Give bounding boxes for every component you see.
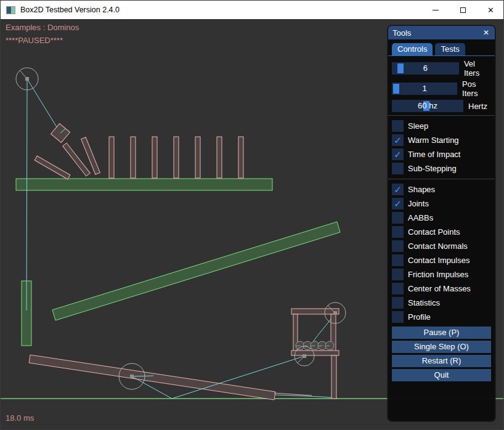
pendulum-rope-diagonal (27, 79, 60, 133)
vel-iters-value: 6 (423, 63, 428, 73)
checkbox-box[interactable]: ✓ (392, 269, 404, 280)
checkbox-label: Time of Impact (408, 150, 460, 159)
slider-grab[interactable] (397, 63, 404, 73)
checkbox-joints[interactable]: ✓ Joints (392, 197, 491, 211)
checkbox-box[interactable]: ✓ (392, 240, 404, 252)
tools-panel-titlebar[interactable]: Tools ✕ (388, 26, 495, 39)
quit-button[interactable]: Quit (392, 369, 491, 381)
checkbox-label: Contact Points (408, 227, 460, 237)
domino-shelf (16, 179, 272, 190)
checkbox-box[interactable]: ✓ (392, 254, 404, 266)
check-icon: ✓ (394, 185, 402, 194)
fallen-dominoes (35, 137, 100, 179)
slider-grab[interactable] (393, 84, 399, 94)
checkbox-box[interactable]: ✓ (392, 311, 404, 323)
pos-iters-row: 1 Pos Iters (392, 79, 491, 98)
pause-button[interactable]: Pause (P) (392, 327, 491, 339)
pos-iters-label: Pos Iters (462, 79, 491, 98)
vel-iters-label: Vel Iters (464, 59, 491, 78)
stand-right-leg (331, 355, 336, 399)
check-icon: ✓ (394, 136, 402, 145)
green-ramp (52, 222, 340, 320)
vel-iters-row: 6 Vel Iters (392, 59, 491, 78)
close-button[interactable]: ✕ (477, 1, 504, 19)
tools-panel-title: Tools (392, 28, 482, 38)
lower-pulley-joint (303, 354, 306, 358)
tools-panel-close-icon[interactable]: ✕ (482, 28, 490, 37)
checkbox-label: Contact Normals (408, 241, 468, 251)
upright-dominoes (109, 137, 243, 178)
checkbox-contact-points[interactable]: ✓ Contact Points (392, 225, 491, 239)
checkbox-label: Statistics (408, 298, 440, 307)
single-step-button[interactable]: Single Step (O) (392, 341, 491, 353)
separator (388, 179, 495, 179)
hertz-label: Hertz (468, 102, 487, 111)
maximize-button[interactable] (449, 1, 477, 19)
stand-structure (291, 309, 339, 399)
minimize-icon (433, 10, 439, 10)
hertz-row: 60 hz Hertz (392, 100, 491, 112)
checkbox-label: Sleep (408, 121, 428, 131)
pos-iters-slider[interactable]: 1 (392, 83, 457, 95)
checkbox-label: Joints (408, 199, 429, 208)
checkbox-warm-starting[interactable]: ✓ Warm Starting (392, 133, 491, 147)
checkbox-box[interactable]: ✓ (392, 212, 404, 224)
checkbox-label: Contact Impulses (408, 256, 469, 265)
checkbox-shapes[interactable]: ✓ Shapes (392, 182, 491, 197)
shelf-balls (296, 341, 334, 350)
frame-time-label: 18.0 ms (6, 413, 34, 423)
checkbox-label: Shapes (408, 185, 435, 194)
tab-controls[interactable]: Controls (392, 43, 433, 55)
beam-pivot-joint (130, 375, 134, 378)
check-icon: ✓ (394, 199, 402, 208)
checkbox-box[interactable]: ✓ (392, 148, 404, 160)
checkbox-label: Friction Impulses (408, 270, 468, 279)
checkbox-box[interactable]: ✓ (392, 198, 404, 209)
checkbox-box[interactable]: ✓ (392, 226, 404, 238)
pendulum-rope-vertical (26, 79, 27, 310)
checkbox-box[interactable]: ✓ (392, 134, 404, 146)
vel-iters-slider[interactable]: 6 (392, 62, 459, 75)
tab-tests[interactable]: Tests (435, 43, 465, 55)
paused-label: ****PAUSED**** (6, 36, 63, 45)
checkbox-label: Profile (408, 312, 431, 322)
restart-button[interactable]: Restart (R) (392, 355, 491, 367)
checkbox-friction-impulses[interactable]: ✓ Friction Impulses (392, 267, 491, 282)
window-titlebar: Box2D Testbed Version 2.4.0 ✕ (1, 1, 504, 19)
separator (388, 115, 495, 116)
stand-shelf (291, 351, 339, 355)
close-icon: ✕ (487, 6, 494, 14)
pendulum-anchor-joint (25, 77, 29, 81)
example-name-label: Examples : Dominos (6, 23, 79, 32)
hertz-slider[interactable]: 60 hz (392, 100, 463, 112)
checkbox-box[interactable]: ✓ (392, 163, 404, 174)
top-pulley-joint (333, 311, 337, 315)
checkbox-statistics[interactable]: ✓ Statistics (392, 296, 491, 310)
checkbox-label: Sub-Stepping (408, 164, 457, 173)
check-icon: ✓ (394, 150, 402, 159)
checkbox-box[interactable]: ✓ (392, 120, 404, 132)
window-title: Box2D Testbed Version 2.4.0 (20, 6, 120, 14)
checkbox-label: Warm Starting (408, 136, 459, 145)
checkbox-box[interactable]: ✓ (392, 297, 404, 309)
checkbox-box[interactable]: ✓ (392, 283, 404, 294)
tab-bar: Controls Tests (388, 43, 495, 56)
checkbox-time-of-impact[interactable]: ✓ Time of Impact (392, 147, 491, 161)
checkbox-center-of-masses[interactable]: ✓ Center of Masses (392, 282, 491, 296)
checkbox-contact-impulses[interactable]: ✓ Contact Impulses (392, 253, 491, 267)
checkbox-sub-stepping[interactable]: ✓ Sub-Stepping (392, 161, 491, 176)
checkbox-profile[interactable]: ✓ Profile (392, 310, 491, 324)
checkbox-box[interactable]: ✓ (392, 184, 404, 195)
checkbox-label: Center of Masses (408, 284, 471, 293)
checkbox-aabbs[interactable]: ✓ AABBs (392, 211, 491, 225)
pos-iters-value: 1 (422, 84, 426, 93)
app-icon (6, 6, 15, 14)
checkbox-sleep[interactable]: ✓ Sleep (392, 119, 491, 133)
checkbox-label: AABBs (408, 213, 433, 222)
maximize-icon (460, 7, 466, 13)
hertz-value: 60 hz (418, 101, 437, 110)
minimize-button[interactable] (421, 1, 449, 19)
checkbox-contact-normals[interactable]: ✓ Contact Normals (392, 239, 491, 253)
tools-panel: Tools ✕ Controls Tests 6 Vel Iters 1 Pos… (388, 25, 495, 421)
